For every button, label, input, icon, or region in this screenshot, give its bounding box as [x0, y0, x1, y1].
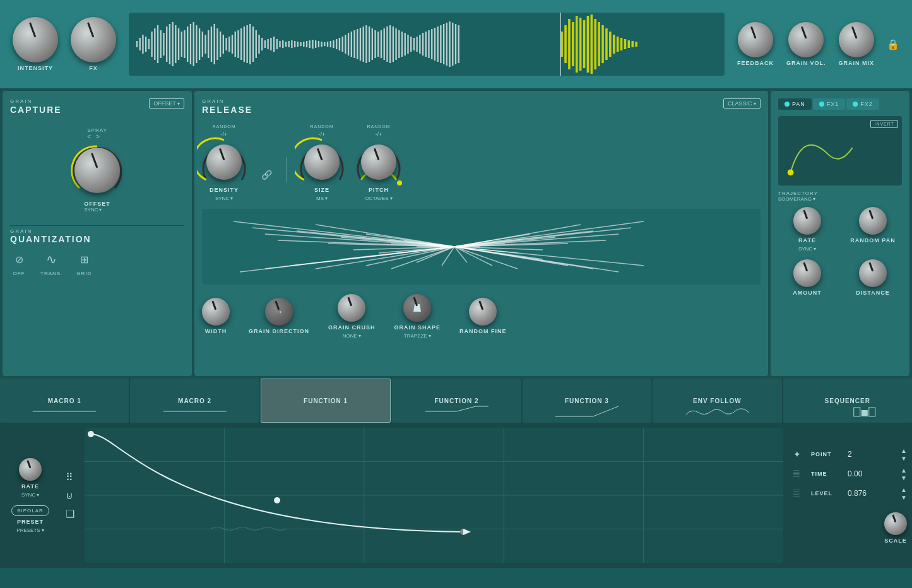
grain-capture-title-line2: CAPTURE [10, 105, 62, 115]
quant-trans-icon: ∿ [43, 250, 61, 268]
svg-rect-88 [398, 30, 400, 58]
svg-rect-20 [196, 25, 197, 63]
spray-section: SPRAY < > [87, 127, 107, 140]
svg-rect-1 [139, 38, 141, 50]
svg-rect-125 [620, 38, 623, 50]
width-knob[interactable] [202, 298, 230, 326]
svg-rect-62 [321, 42, 322, 47]
svg-rect-14 [178, 28, 179, 60]
grain-crush-knob[interactable] [338, 294, 365, 322]
pitch-yellow-dot [397, 180, 402, 185]
tab-macro2[interactable]: MACRO 2 [130, 379, 259, 423]
link-line [287, 157, 287, 182]
random-pan-knob[interactable] [859, 207, 887, 235]
trajectory-chevron-icon: ▾ [813, 196, 815, 202]
point-stepper[interactable]: ▲ ▼ [901, 447, 907, 462]
svg-rect-68 [339, 38, 340, 50]
grain-capture-mode-dropdown[interactable]: OFFSET ▾ [149, 98, 184, 109]
time-stepper[interactable]: ▲ ▼ [901, 467, 907, 481]
tab-fx2[interactable]: FX2 [846, 98, 879, 110]
sync-chevron-icon: ▾ [99, 207, 102, 213]
grain-release-mode-dropdown[interactable]: CLASSIC ▾ [723, 98, 761, 109]
spray-left-icon[interactable]: < [87, 133, 91, 140]
rate-knob[interactable] [793, 207, 821, 235]
time-up-icon[interactable]: ▲ [901, 467, 907, 474]
svg-rect-55 [300, 42, 301, 46]
bipolar-button[interactable]: BIPOLAR [11, 505, 49, 516]
tab-function3[interactable]: FUNCTION 3 [523, 379, 651, 423]
magnet-icon[interactable]: ⊍ [66, 490, 74, 502]
distance-knob[interactable] [859, 259, 887, 287]
feedback-knob[interactable] [738, 22, 773, 57]
svg-rect-118 [594, 19, 596, 69]
grid-dots-icon[interactable]: ⠿ [66, 471, 74, 483]
grain-release-panel: GRAIN RELEASE CLASSIC ▾ RANDOM -/+ [194, 91, 768, 376]
intensity-label: INTENSITY [18, 65, 53, 71]
point-down-icon[interactable]: ▼ [901, 455, 907, 462]
scale-knob[interactable] [884, 512, 907, 535]
svg-rect-115 [583, 20, 586, 68]
grain-vol-knob[interactable] [788, 22, 824, 57]
time-down-icon[interactable]: ▼ [901, 474, 907, 481]
link-icon[interactable]: 🔗 [259, 167, 274, 182]
svg-rect-92 [410, 37, 412, 52]
invert-button[interactable]: INVERT [870, 120, 898, 128]
svg-rect-94 [416, 37, 417, 52]
svg-rect-85 [389, 25, 391, 63]
density-knob[interactable] [206, 144, 242, 180]
pitch-knob[interactable] [361, 144, 396, 180]
svg-rect-126 [624, 39, 627, 49]
fx-knob[interactable] [71, 17, 116, 62]
svg-rect-75 [360, 28, 361, 61]
point-up-icon[interactable]: ▲ [901, 447, 907, 454]
svg-rect-128 [631, 41, 634, 47]
amount-knob[interactable] [793, 259, 821, 287]
svg-rect-26 [214, 24, 215, 64]
waveform-display[interactable] [129, 13, 725, 76]
copy-icon[interactable]: ❑ [66, 508, 74, 520]
rate-label: RATE [798, 237, 816, 244]
size-random-label: RANDOM [310, 124, 333, 129]
spray-right-icon[interactable]: > [96, 133, 100, 140]
grain-mix-label: GRAIN MIX [838, 60, 874, 66]
function1-label: FUNCTION 1 [304, 397, 348, 404]
tab-macro1[interactable]: MACRO 1 [0, 379, 129, 423]
envelope-svg [85, 428, 783, 563]
svg-rect-123 [613, 35, 615, 54]
grain-shape-knob[interactable] [403, 294, 431, 322]
svg-rect-78 [369, 26, 370, 62]
svg-rect-59 [312, 40, 313, 49]
svg-rect-7 [157, 25, 158, 63]
grain-mix-knob[interactable] [839, 22, 874, 57]
svg-rect-0 [136, 41, 138, 47]
level-stepper[interactable]: ▲ ▼ [901, 486, 907, 501]
quant-grid[interactable]: ⊞ GRID [75, 250, 93, 276]
grain-direction-knob[interactable]: → [265, 298, 293, 326]
amount-label: AMOUNT [793, 290, 822, 296]
tab-sequencer[interactable]: SEQUENCER [783, 379, 912, 423]
scale-knob-area: SCALE [884, 512, 907, 544]
env-follow-label: ENV FOLLOW [693, 397, 742, 404]
tab-env-follow[interactable]: ENV FOLLOW [653, 379, 781, 423]
size-knob[interactable] [304, 144, 340, 180]
tab-function1[interactable]: FUNCTION 1 [261, 379, 391, 423]
seq-main-envelope[interactable] [85, 428, 783, 563]
quant-trans[interactable]: ∿ TRANS. [40, 250, 62, 276]
seq-rate-knob[interactable] [19, 458, 42, 481]
bottom-tabs-row: MACRO 1 MACRO 2 FUNCTION 1 FUNCTION 2 FU… [0, 379, 912, 423]
offset-knob[interactable] [74, 148, 120, 193]
random-fine-knob[interactable] [469, 298, 497, 326]
presets-dropdown[interactable]: PRESETS ▾ [16, 527, 44, 533]
quant-off[interactable]: ⊘ OFF [10, 250, 28, 276]
time-value: 0.00 [848, 469, 896, 478]
level-down-icon[interactable]: ▼ [901, 494, 907, 501]
svg-rect-39 [252, 26, 254, 62]
tab-pan[interactable]: PAN [778, 98, 812, 110]
intensity-knob[interactable] [13, 17, 58, 62]
tab-fx1[interactable]: FX1 [813, 98, 846, 110]
level-up-icon[interactable]: ▲ [901, 486, 907, 493]
svg-rect-19 [192, 22, 194, 66]
svg-rect-25 [211, 26, 212, 62]
grain-quantization-section: GRAIN QUANTIZATION ⊘ OFF ∿ TRANS. ⊞ GRID [10, 225, 184, 277]
tab-function2[interactable]: FUNCTION 2 [392, 379, 521, 423]
